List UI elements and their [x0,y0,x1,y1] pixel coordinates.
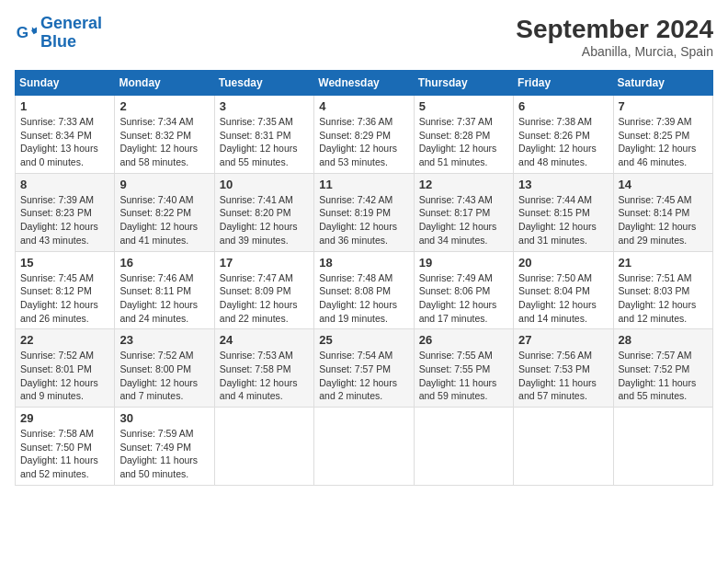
calendar-cell: 19 Sunrise: 7:49 AMSunset: 8:06 PMDaylig… [414,251,513,329]
day-number: 14 [619,178,708,191]
day-number: 4 [319,99,408,113]
day-number: 22 [20,333,109,347]
day-number: 18 [319,256,408,270]
cell-info: Sunrise: 7:51 AMSunset: 8:03 PMDaylight:… [619,272,697,324]
calendar-cell: 6 Sunrise: 7:38 AMSunset: 8:26 PMDayligh… [514,96,613,174]
calendar-cell: 20 Sunrise: 7:50 AMSunset: 8:04 PMDaylig… [514,251,613,329]
day-number: 23 [119,333,209,347]
header-row: Sunday Monday Tuesday Wednesday Thursday… [16,71,713,96]
day-number: 21 [619,256,708,270]
calendar-cell: 24 Sunrise: 7:53 AMSunset: 7:58 PMDaylig… [214,329,313,408]
day-number: 9 [119,178,209,191]
calendar-cell: 1 Sunrise: 7:33 AMSunset: 8:34 PMDayligh… [16,96,115,174]
calendar-cell: 16 Sunrise: 7:46 AMSunset: 8:11 PMDaylig… [115,251,214,329]
col-monday: Monday [115,71,214,96]
calendar-cell: 2 Sunrise: 7:34 AMSunset: 8:32 PMDayligh… [115,96,214,174]
location-subtitle: Abanilla, Murcia, Spain [516,44,713,59]
day-number: 27 [518,333,608,347]
calendar-cell [314,408,414,486]
cell-info: Sunrise: 7:53 AMSunset: 7:58 PMDaylight:… [220,350,298,401]
col-tuesday: Tuesday [214,71,313,96]
calendar-cell: 5 Sunrise: 7:37 AMSunset: 8:28 PMDayligh… [414,96,513,174]
cell-info: Sunrise: 7:39 AMSunset: 8:23 PMDaylight:… [20,194,98,246]
day-number: 7 [619,99,708,113]
calendar-cell: 28 Sunrise: 7:57 AMSunset: 7:52 PMDaylig… [613,329,712,408]
col-saturday: Saturday [613,71,712,96]
cell-info: Sunrise: 7:37 AMSunset: 8:28 PMDaylight:… [419,116,497,167]
calendar-table: Sunday Monday Tuesday Wednesday Thursday… [15,70,713,486]
calendar-cell: 9 Sunrise: 7:40 AMSunset: 8:22 PMDayligh… [115,173,214,251]
cell-info: Sunrise: 7:44 AMSunset: 8:15 PMDaylight:… [518,194,597,246]
cell-info: Sunrise: 7:50 AMSunset: 8:04 PMDaylight:… [518,272,597,324]
cell-info: Sunrise: 7:43 AMSunset: 8:17 PMDaylight:… [419,194,497,246]
week-row-0: 1 Sunrise: 7:33 AMSunset: 8:34 PMDayligh… [16,96,713,174]
cell-info: Sunrise: 7:45 AMSunset: 8:12 PMDaylight:… [20,272,98,324]
cell-info: Sunrise: 7:46 AMSunset: 8:11 PMDaylight:… [119,272,198,324]
calendar-cell: 3 Sunrise: 7:35 AMSunset: 8:31 PMDayligh… [214,96,313,174]
calendar-cell: 21 Sunrise: 7:51 AMSunset: 8:03 PMDaylig… [613,251,712,329]
title-block: September 2024 Abanilla, Murcia, Spain [516,15,713,59]
day-number: 25 [319,333,408,347]
day-number: 20 [518,256,608,270]
calendar-cell: 22 Sunrise: 7:52 AMSunset: 8:01 PMDaylig… [16,329,115,408]
calendar-cell: 10 Sunrise: 7:41 AMSunset: 8:20 PMDaylig… [214,173,313,251]
day-number: 12 [419,178,508,191]
cell-info: Sunrise: 7:54 AMSunset: 7:57 PMDaylight:… [319,350,397,401]
calendar-cell [214,408,313,486]
page-header: G General Blue September 2024 Abanilla, … [15,15,713,59]
day-number: 15 [20,256,109,270]
day-number: 29 [20,411,109,425]
day-number: 5 [419,99,508,113]
cell-info: Sunrise: 7:56 AMSunset: 7:53 PMDaylight:… [518,350,597,401]
cell-info: Sunrise: 7:52 AMSunset: 8:01 PMDaylight:… [20,350,98,401]
logo-icon: G [15,22,37,44]
calendar-cell: 11 Sunrise: 7:42 AMSunset: 8:19 PMDaylig… [314,173,414,251]
calendar-cell: 18 Sunrise: 7:48 AMSunset: 8:08 PMDaylig… [314,251,414,329]
calendar-cell: 27 Sunrise: 7:56 AMSunset: 7:53 PMDaylig… [514,329,613,408]
day-number: 13 [518,178,608,191]
cell-info: Sunrise: 7:42 AMSunset: 8:19 PMDaylight:… [319,194,397,246]
day-number: 30 [119,411,209,425]
calendar-cell: 13 Sunrise: 7:44 AMSunset: 8:15 PMDaylig… [514,173,613,251]
cell-info: Sunrise: 7:49 AMSunset: 8:06 PMDaylight:… [419,272,497,324]
day-number: 17 [220,256,309,270]
day-number: 6 [518,99,608,113]
calendar-cell: 29 Sunrise: 7:58 AMSunset: 7:50 PMDaylig… [16,408,115,486]
day-number: 26 [419,333,508,347]
calendar-cell [414,408,513,486]
cell-info: Sunrise: 7:38 AMSunset: 8:26 PMDaylight:… [518,116,597,167]
cell-info: Sunrise: 7:52 AMSunset: 8:00 PMDaylight:… [119,350,198,401]
logo: G General Blue [15,15,102,52]
day-number: 28 [619,333,708,347]
day-number: 24 [220,333,309,347]
calendar-cell: 14 Sunrise: 7:45 AMSunset: 8:14 PMDaylig… [613,173,712,251]
logo-text-general: General [40,14,102,32]
calendar-cell [613,408,712,486]
calendar-cell: 23 Sunrise: 7:52 AMSunset: 8:00 PMDaylig… [115,329,214,408]
calendar-cell: 8 Sunrise: 7:39 AMSunset: 8:23 PMDayligh… [16,173,115,251]
day-number: 11 [319,178,408,191]
cell-info: Sunrise: 7:41 AMSunset: 8:20 PMDaylight:… [220,194,298,246]
calendar-cell: 30 Sunrise: 7:59 AMSunset: 7:49 PMDaylig… [115,408,214,486]
cell-info: Sunrise: 7:34 AMSunset: 8:32 PMDaylight:… [119,116,198,167]
cell-info: Sunrise: 7:55 AMSunset: 7:55 PMDaylight:… [419,350,497,401]
day-number: 10 [220,178,309,191]
day-number: 2 [119,99,209,113]
calendar-cell: 7 Sunrise: 7:39 AMSunset: 8:25 PMDayligh… [613,96,712,174]
col-sunday: Sunday [16,71,115,96]
day-number: 1 [20,99,109,113]
cell-info: Sunrise: 7:47 AMSunset: 8:09 PMDaylight:… [220,272,298,324]
calendar-cell: 17 Sunrise: 7:47 AMSunset: 8:09 PMDaylig… [214,251,313,329]
week-row-4: 29 Sunrise: 7:58 AMSunset: 7:50 PMDaylig… [16,408,713,486]
cell-info: Sunrise: 7:48 AMSunset: 8:08 PMDaylight:… [319,272,397,324]
cell-info: Sunrise: 7:58 AMSunset: 7:50 PMDaylight:… [20,428,98,479]
cell-info: Sunrise: 7:33 AMSunset: 8:34 PMDaylight:… [20,116,98,167]
cell-info: Sunrise: 7:39 AMSunset: 8:25 PMDaylight:… [619,116,697,167]
month-year-title: September 2024 [516,15,713,44]
logo-text-blue: Blue [40,32,76,51]
cell-info: Sunrise: 7:36 AMSunset: 8:29 PMDaylight:… [319,116,397,167]
calendar-cell: 15 Sunrise: 7:45 AMSunset: 8:12 PMDaylig… [16,251,115,329]
col-thursday: Thursday [414,71,513,96]
calendar-cell: 4 Sunrise: 7:36 AMSunset: 8:29 PMDayligh… [314,96,414,174]
cell-info: Sunrise: 7:59 AMSunset: 7:49 PMDaylight:… [119,428,198,479]
